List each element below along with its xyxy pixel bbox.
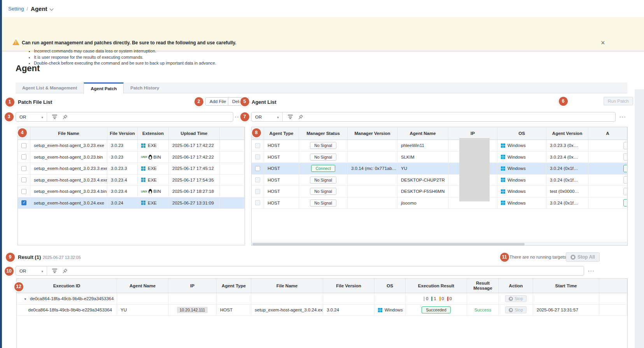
- execution-id-cell: de0ca864-18fa-49cb-9b4b-e229a3453364: [17, 304, 117, 315]
- pin-icon[interactable]: [298, 114, 303, 120]
- filter-operator-select[interactable]: OR: [252, 112, 283, 121]
- tab-bar: Agent List & Management Agent Patch Patc…: [16, 82, 627, 93]
- patch-file-row[interactable]: setup_exem-host-agent_3.0.23.4.exe 3.0.2…: [18, 175, 245, 186]
- add-file-button[interactable]: Add File: [205, 97, 230, 106]
- header-agent-version[interactable]: Agent Version: [546, 127, 588, 140]
- row-checkbox[interactable]: [21, 143, 26, 148]
- header-execution-result[interactable]: Execution Result: [406, 279, 467, 293]
- agent-table-header: Agent Type Manager Status Manager Versio…: [252, 127, 627, 140]
- expand-icon[interactable]: [24, 296, 30, 301]
- result-table-header: Execution ID Agent Name IP Agent Type Fi…: [17, 279, 627, 293]
- header-action[interactable]: Action: [499, 279, 533, 293]
- header-start-time[interactable]: Start Time: [533, 279, 599, 293]
- tab-agent-list-management[interactable]: Agent List & Management: [16, 82, 84, 93]
- header-agent-name[interactable]: Agent Name: [117, 279, 168, 293]
- row-checkbox[interactable]: [255, 143, 260, 148]
- close-icon[interactable]: ×: [601, 39, 605, 47]
- file-version-cell: 3.0.23: [107, 140, 138, 151]
- manager-version-cell: [348, 175, 397, 186]
- pin-icon[interactable]: [62, 114, 68, 120]
- tab-patch-history[interactable]: Patch History: [124, 82, 166, 93]
- patch-file-row[interactable]: setup_exem-host-agent_3.0.23.exe 3.0.23 …: [18, 140, 245, 152]
- header-result-message[interactable]: Result Message: [467, 279, 499, 293]
- breadcrumb-setting[interactable]: Setting: [8, 6, 24, 12]
- run-patch-button[interactable]: Run Patch: [604, 97, 633, 105]
- banner-bullet: It is user response for the results of e…: [34, 55, 216, 59]
- header-file-name[interactable]: File Name: [251, 279, 323, 293]
- header-os[interactable]: OS: [497, 127, 546, 140]
- scrollbar-gutter[interactable]: [635, 89, 644, 348]
- patch-file-row[interactable]: setup_exem-host-agent_3.0.23.3.exe 3.0.2…: [18, 163, 245, 175]
- row-checkbox[interactable]: [255, 166, 260, 171]
- agent-list-title: Agent List: [252, 99, 276, 105]
- header-file-version[interactable]: File Version: [107, 127, 138, 140]
- agent-type-cell: HOST: [264, 186, 299, 197]
- execution-id-group-cell[interactable]: de0ca864-18fa-49cb-9b4b-e229a3453364: [17, 293, 117, 304]
- stop-button[interactable]: Stop: [505, 295, 527, 302]
- file-name-cell: setup_exem-host-agent_3.0.23.4.exe: [30, 175, 107, 186]
- stop-button[interactable]: Stop: [505, 306, 527, 313]
- result-group-row[interactable]: de0ca864-18fa-49cb-9b4b-e229a3453364 0 1…: [17, 293, 627, 304]
- patch-file-row[interactable]: setup_exem-host-agent_3.0.23.bin 3.0.23 …: [18, 152, 245, 163]
- banner-title: Can run agent management and patches dir…: [22, 40, 236, 45]
- result-child-row[interactable]: de0ca864-18fa-49cb-9b4b-e229a3453364 YU …: [17, 304, 627, 316]
- patch-file-row-selected[interactable]: setup_exem-host-agent_3.0.24.exe 3.0.24 …: [18, 198, 245, 209]
- manager-status-badge: No Signal: [310, 142, 336, 149]
- header-manager-version[interactable]: Manager Version: [348, 127, 397, 140]
- agent-table: Agent Type Manager Status Manager Versio…: [251, 127, 628, 246]
- row-checkbox[interactable]: [255, 177, 260, 182]
- patch-table-header: File Name File Version Extension Upload …: [18, 127, 245, 140]
- header-ip[interactable]: IP: [168, 279, 217, 293]
- count-bar-red: [447, 297, 448, 301]
- row-checkbox[interactable]: [255, 200, 260, 205]
- row-checkbox[interactable]: [21, 200, 26, 205]
- filter-icon[interactable]: [288, 115, 293, 119]
- agent-row[interactable]: HOST No Signal phleeWin11 Windows 3.0.23…: [252, 140, 627, 152]
- header-upload-time[interactable]: Upload Time: [169, 127, 220, 140]
- agent-row-highlighted[interactable]: HOST Connect 3.0.14 (mc: 0x771ab… YU Win…: [252, 163, 627, 175]
- file-name-cell: setup_exem-host-agent_3.0.24.exe: [251, 304, 323, 315]
- row-checkbox[interactable]: [255, 189, 260, 194]
- filter-icon[interactable]: [52, 115, 57, 119]
- breadcrumb-agent[interactable]: Agent: [31, 5, 47, 12]
- agent-row[interactable]: HOST No Signal DESKTOP-F5SH6MN Windows t…: [252, 186, 627, 198]
- row-checkbox[interactable]: [21, 166, 26, 171]
- header-agent-status-partial[interactable]: A: [588, 127, 627, 140]
- file-name-cell: setup_exem-host-agent_3.0.24.exe: [30, 198, 107, 209]
- annotation-9: 9: [6, 253, 15, 262]
- row-checkbox[interactable]: [21, 189, 26, 194]
- header-agent-type[interactable]: Agent Type: [264, 127, 299, 140]
- count-bar-gray: [424, 297, 425, 301]
- horizontal-scrollbar[interactable]: [252, 242, 627, 245]
- header-file-version[interactable]: File Version: [323, 279, 374, 293]
- header-extension[interactable]: Extension: [138, 127, 169, 140]
- filter-operator-select[interactable]: OR: [16, 112, 47, 121]
- agent-more-menu[interactable]: ···: [620, 112, 626, 122]
- os-cell: Windows: [497, 163, 546, 174]
- filter-operator-select[interactable]: OR: [16, 266, 47, 275]
- agent-row[interactable]: HOST No Signal jisoomo Windows 3.0.24 (0…: [252, 198, 627, 209]
- row-checkbox[interactable]: [255, 154, 260, 159]
- agent-row[interactable]: HOST No Signal SLKIM Windows 3.0.23.4 (0…: [252, 152, 627, 163]
- header-agent-type[interactable]: Agent Type: [217, 279, 251, 293]
- header-os[interactable]: OS: [374, 279, 406, 293]
- row-checkbox[interactable]: [21, 154, 26, 159]
- header-manager-status[interactable]: Manager Status: [299, 127, 348, 140]
- header-execution-id[interactable]: Execution ID: [17, 279, 117, 293]
- agent-version-cell: 3.0.23.3 (0x…: [546, 140, 588, 151]
- header-file-name[interactable]: File Name: [30, 127, 107, 140]
- tab-agent-patch[interactable]: Agent Patch: [84, 82, 124, 94]
- chevron-down-icon[interactable]: [49, 7, 53, 10]
- result-more-menu[interactable]: ···: [588, 266, 595, 276]
- pin-icon[interactable]: [62, 268, 68, 274]
- ip-value: 10.20.142.111: [177, 307, 208, 313]
- patch-file-row[interactable]: setup_exem-host-agent_3.0.23.4.bin 3.0.2…: [18, 186, 245, 198]
- agent-type-cell: HOST: [264, 163, 299, 174]
- filter-icon[interactable]: [52, 269, 57, 273]
- row-checkbox[interactable]: [21, 177, 26, 182]
- manager-status-badge: No Signal: [310, 188, 336, 195]
- stop-all-button[interactable]: Stop All: [566, 252, 600, 262]
- header-agent-name[interactable]: Agent Name: [397, 127, 448, 140]
- agent-row[interactable]: HOST No Signal DESKTOP-CHUP2TR Windows 3…: [252, 175, 627, 186]
- scrollbar-thumb[interactable]: [252, 243, 525, 245]
